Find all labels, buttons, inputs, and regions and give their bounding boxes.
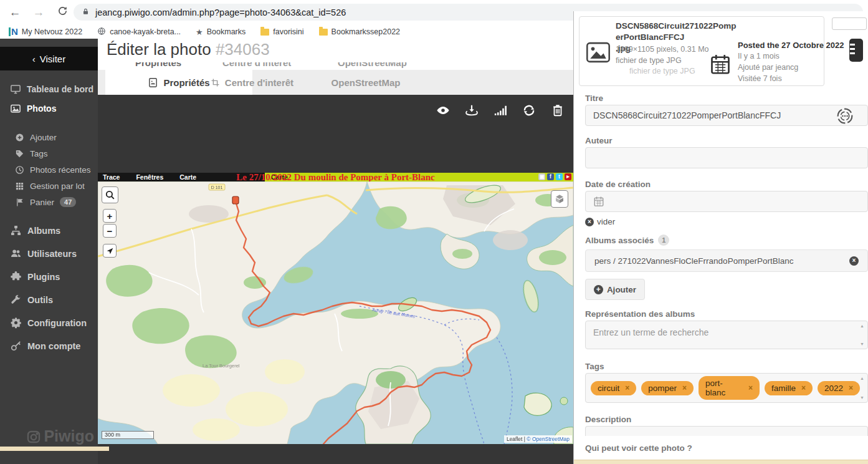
scroll-arrows[interactable]: ▲▼ [860,376,864,400]
back-icon[interactable]: ← [7,5,22,20]
reload-icon[interactable] [55,5,70,20]
download-icon[interactable] [465,104,479,117]
bookmark-bookmarks[interactable]: ★ Bookmarks [196,27,246,37]
sidebar-item-outils[interactable]: Outils [0,288,98,311]
map-search-button[interactable] [102,186,118,203]
sidebar-item-plugins[interactable]: Plugins [0,265,98,288]
title-input[interactable]: DSCN5868Circuit271022PomperPortBlancFFCJ [585,105,868,126]
sidebar-item-albums[interactable]: Albums [0,219,98,242]
crop-icon [211,78,220,87]
tag-chip[interactable]: port-blanc× [699,376,760,400]
sidebar-item-configuration[interactable]: Configuration [0,311,98,334]
sidebar-item-tableau-de-bord[interactable]: Tableau de bord [0,79,98,99]
image-share-icon[interactable]: ▣ [538,173,545,180]
add-album-button[interactable]: + Ajouter [585,279,645,300]
representation-label: Représentation des albums [585,309,868,319]
panier-count-badge: 47 [60,197,76,207]
map-canvas[interactable]: D 101 La Tour Bourgerel Auray - Île aux [98,181,573,444]
bookmark-canoe-kayak[interactable]: canoe-kayak-breta... [97,27,181,37]
sidebar-item-ajouter[interactable]: Ajouter [0,129,98,145]
clear-date-button[interactable]: × vider [585,217,868,226]
edit-form: Titre DSCN5868Circuit271022PomperPortBla… [574,11,868,464]
eye-icon[interactable] [436,104,450,117]
author-input[interactable] [585,147,868,168]
tab-centre-interet[interactable]: Centre d'interêt [198,70,307,95]
remove-tag-icon[interactable]: × [625,384,629,392]
scroll-arrows[interactable]: ▲▼ [860,324,864,346]
remove-tag-icon[interactable]: × [682,384,687,392]
remove-tag-icon[interactable]: × [849,384,853,392]
remove-tag-icon[interactable]: × [748,384,753,392]
tab-strip: Propriétés Centre d'interêt OpenStreetMa… [98,70,573,95]
sidebar-item-photos-recentes[interactable]: Photos récentes [0,162,98,178]
trace-start-marker[interactable] [232,196,239,204]
tag-chip[interactable]: 2022× [818,381,860,395]
zoom-out-button[interactable]: − [103,224,117,238]
albums-label-row: Albums associés 1 [585,234,868,246]
sidebar-item-visiter[interactable]: ‹ Visiter [0,47,98,70]
facebook-icon[interactable]: f [547,173,554,180]
tag-icon [15,149,24,158]
location-arrow-icon [106,247,114,255]
tag-chip[interactable]: famille× [765,381,813,395]
tag-chip[interactable]: pomper× [641,381,694,395]
sidebar-item-mon-compte[interactable]: Mon compte [0,334,98,357]
map-graphic: D 101 La Tour Bourgerel Auray - Île aux [98,181,573,444]
description-input[interactable] [585,426,868,436]
locate-button[interactable] [103,244,117,258]
ghost-tab-row: Propriétés Centre d'interêt OpenStreetMa… [98,62,573,69]
bookmark-sep2022[interactable]: Bookmarkssep2022 [319,27,400,36]
bookmark-my-netvouz[interactable]: N My Netvouz 2022 [9,27,82,36]
sidebar-item-gestion-par-lot[interactable]: Gestion par lot [0,178,98,194]
layers-button[interactable] [551,190,568,208]
plus-icon: + [594,285,603,294]
sidebar-item-tags[interactable]: Tags [0,145,98,162]
youtube-icon[interactable]: ▶ [565,173,571,180]
tab-openstreetmap[interactable]: OpenStreetMap [313,70,419,95]
zoom-in-button[interactable]: + [103,209,117,223]
photo-id: #34063 [216,40,270,59]
description-label: Description [585,415,868,424]
sidebar-bottom-strip [0,447,109,451]
multilanguage-icon[interactable] [835,106,855,128]
remove-album-icon[interactable]: × [849,256,859,266]
clock-icon [15,165,24,175]
creation-date-input[interactable] [585,191,868,212]
sidebar-item-panier[interactable]: Panier 47 [0,194,98,210]
bookmark-favorisini[interactable]: favorisini [260,27,303,36]
tag-chip[interactable]: circuit× [591,381,636,395]
page-header: Éditer la photo #34063 Propriétés Centre… [98,39,573,95]
camera-icon [26,429,41,444]
forward-icon[interactable]: → [31,5,46,20]
folder-icon [319,29,328,36]
netvouz-icon: N [9,27,18,36]
admin-sidebar: ‹ Visiter Tableau de bord Photos Ajouter… [0,39,98,464]
tags-input[interactable]: circuit× pomper× port-blanc× famille× 20… [585,373,868,403]
map-scale: 300 m [102,431,154,439]
stats-icon[interactable] [494,104,507,117]
album-search-input[interactable]: Entrez un terme de recherche ▲▼ [585,321,868,349]
url-text: jeancg.piwigo.com/admin.php?page=photo-3… [95,7,346,17]
author-label: Auteur [585,136,868,145]
title-label: Titre [585,94,868,103]
piwigo-logo: Piwigo [26,427,94,445]
properties-icon [148,77,158,88]
twitter-icon[interactable]: t [556,173,563,180]
photo-toolbar [436,104,565,117]
photo-edit-panel: DSCN5868Circuit271022PomperPortBlancFFCJ… [573,11,868,464]
osm-link[interactable]: © OpenStreetMap [527,436,570,442]
trash-icon[interactable] [551,104,565,117]
album-chip[interactable]: pers / 271022VannesFloCleFrrandoPomperPo… [585,249,868,272]
layers-icon [554,193,565,205]
add-icon [15,133,24,142]
sidebar-item-photos[interactable]: Photos [0,99,98,118]
sidebar-item-utilisateurs[interactable]: Utilisateurs [0,242,98,265]
map-social-icons: ▣ f t ▶ [538,173,571,180]
photo-view-area: Trace Fenêtres Carte Carte Le 27/10/2022… [98,95,573,464]
panel-bottom-strip [574,460,868,464]
refresh-icon[interactable] [522,104,536,117]
remove-tag-icon[interactable]: × [801,384,806,392]
clear-icon: × [585,218,594,226]
albums-label: Albums associés [585,236,654,245]
map-place-label: La Tour Bourgerel [203,363,240,369]
